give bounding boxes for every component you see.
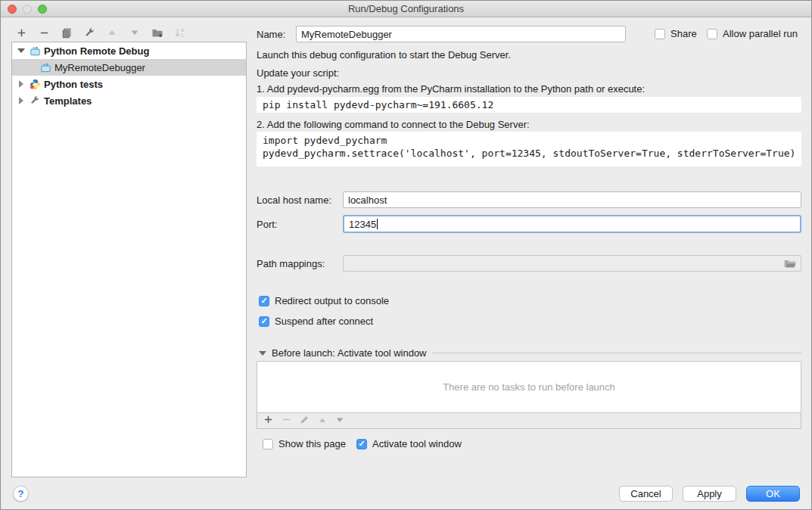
allow-parallel-label: Allow parallel run [723,28,798,39]
traffic-lights [8,5,47,14]
apply-button[interactable]: Apply [683,486,736,502]
activate-tool-window-label: Activate tool window [372,438,462,449]
show-this-page-checkbox[interactable]: ✓ Show this page [263,438,346,449]
tree-item-myremotedebugger[interactable]: MyRemoteDebugger [12,59,246,76]
share-checkbox-box[interactable]: ✓ [655,29,665,39]
help-button[interactable]: ? [13,486,29,502]
move-up-icon [105,26,119,39]
edit-task-icon [300,415,310,427]
tree-item-label: Templates [44,95,92,107]
edit-defaults-icon[interactable] [82,26,96,39]
configurations-tree: Python Remote Debug MyRemoteDebugger Pyt… [11,42,247,477]
redirect-output-checkbox[interactable]: ✓ Redirect output to console [259,295,389,306]
new-folder-icon[interactable] [151,26,164,39]
intro-text: Launch this debug configuration to start… [257,49,511,61]
before-launch-tasks-panel: There are no tasks to run before launch [257,361,801,413]
allow-parallel-checkbox-box[interactable]: ✓ [707,29,717,39]
share-label: Share [670,28,697,39]
before-launch-header: Before launch: Activate tool window [259,347,801,359]
zoom-button[interactable] [38,5,47,14]
ok-button[interactable]: OK [746,486,800,502]
path-mappings-input [343,255,801,272]
activate-tool-window-checkbox[interactable]: ✓ Activate tool window [356,438,462,449]
remove-configuration-icon[interactable] [37,26,51,39]
chevron-right-icon[interactable] [17,79,26,89]
before-launch-toolbar [257,413,801,429]
move-task-up-icon [318,415,327,427]
share-checkbox[interactable]: ✓ Share [655,28,697,39]
show-page-checkbox-box[interactable]: ✓ [263,439,273,449]
update-script-text: Update your script: [257,67,339,79]
step2-text: 2. Add the following command to connect … [257,119,530,130]
dialog-actions: Cancel Apply OK [619,486,800,502]
chevron-down-icon[interactable] [17,46,26,55]
wrench-icon [29,95,41,107]
remote-debug-icon [29,45,41,57]
remote-debug-icon [39,61,51,73]
tree-item-python-tests[interactable]: Python tests [12,76,246,92]
before-launch-title: Before launch: Activate tool window [272,347,427,359]
cancel-button[interactable]: Cancel [619,486,673,502]
tree-item-label: MyRemoteDebugger [54,62,145,73]
tree-item-templates[interactable]: Templates [12,92,246,109]
port-label: Port: [257,219,277,230]
name-input[interactable]: MyRemoteDebugger [296,26,626,42]
copy-configuration-icon[interactable] [60,26,73,39]
minimize-button [23,5,32,14]
suspend-label: Suspend after connect [275,316,373,327]
suspend-after-connect-checkbox[interactable]: ✓ Suspend after connect [259,316,373,327]
svg-text:a: a [181,27,184,33]
chevron-right-icon[interactable] [17,96,26,105]
python-tests-icon [29,78,41,90]
titlebar: Run/Debug Configurations [1,1,811,17]
port-input[interactable]: 12345 [343,215,801,233]
remove-task-icon [282,415,291,427]
close-button[interactable] [8,5,17,14]
path-mappings-label: Path mappings: [257,258,325,269]
tree-item-python-remote-debug[interactable]: Python Remote Debug [12,42,246,59]
browse-folder-icon[interactable] [783,257,797,272]
svg-text:z: z [181,33,184,38]
allow-parallel-run-checkbox[interactable]: ✓ Allow parallel run [707,28,798,39]
window-title: Run/Debug Configurations [348,3,464,14]
collapse-icon[interactable] [259,351,266,356]
move-down-icon [128,26,142,39]
sort-alphabetically-icon: az [173,26,187,39]
redirect-output-checkbox-box[interactable]: ✓ [259,296,269,306]
text-cursor [377,219,378,229]
add-task-icon[interactable] [263,415,273,427]
local-host-input[interactable]: localhost [343,191,801,208]
suspend-checkbox-box[interactable]: ✓ [259,316,269,327]
no-tasks-text: There are no tasks to run before launch [443,381,615,393]
activate-tool-window-checkbox-box[interactable]: ✓ [356,439,367,449]
tree-item-label: Python Remote Debug [44,45,149,57]
add-configuration-icon[interactable] [14,26,28,39]
tree-item-label: Python tests [44,79,103,90]
configurations-toolbar: az [14,24,187,41]
section-divider [432,353,801,353]
local-host-label: Local host name: [257,194,331,206]
run-debug-configurations-dialog: Run/Debug Configurations az [0,0,812,510]
settrace-code: import pydevd_pycharm pydevd_pycharm.set… [257,132,801,166]
step1-text: 1. Add pydevd-pycharm.egg from the PyCha… [257,83,645,95]
move-task-down-icon [335,415,344,427]
redirect-output-label: Redirect output to console [275,295,389,306]
pip-command-code: pip install pydevd-pycharm~=191.6605.12 [257,97,801,113]
name-label: Name: [257,29,285,40]
show-page-label: Show this page [278,438,346,449]
